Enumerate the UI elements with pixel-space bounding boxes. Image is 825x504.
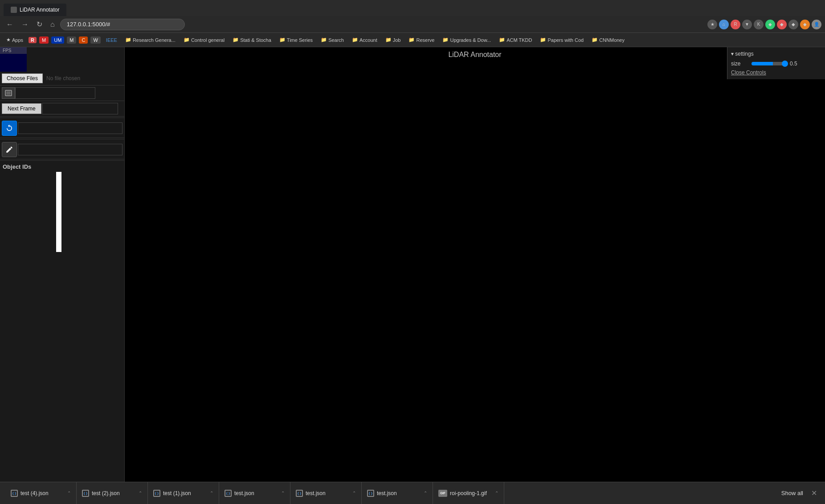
- extension-icon-1[interactable]: ⌂: [719, 20, 729, 29]
- tab-title: LiDAR Annotator: [20, 7, 59, 13]
- download-json-icon-0: { }: [11, 490, 18, 497]
- download-json-icon-4: { }: [296, 490, 303, 497]
- bookmark-w[interactable]: W: [90, 37, 100, 44]
- divider-2: [0, 139, 124, 139]
- download-item-0[interactable]: { } test (4).json ⌃: [5, 482, 77, 504]
- object-ids-spacer: [3, 172, 29, 252]
- bookmark-m1[interactable]: M: [39, 37, 49, 44]
- download-filename-2: test (1).json: [163, 490, 191, 496]
- next-frame-row: Next Frame: [0, 101, 124, 117]
- bookmark-reserve[interactable]: 📁Reserve: [406, 36, 437, 44]
- download-filename-3: test.json: [234, 490, 254, 496]
- download-item-6[interactable]: GIF roi-pooling-1.gif ⌃: [433, 482, 504, 504]
- forward-button[interactable]: →: [19, 20, 31, 29]
- reload-button[interactable]: ↻: [34, 19, 45, 29]
- bookmark-ieee[interactable]: IEEE: [103, 37, 120, 44]
- bookmark-stati[interactable]: 📁Stati & Stocha: [230, 36, 274, 44]
- chevron-down-icon-6: ⌃: [495, 491, 498, 496]
- extension-icon-7[interactable]: ◆: [788, 20, 798, 29]
- object-ids-section: Object IDs: [0, 162, 124, 482]
- video-preview: [0, 54, 27, 72]
- download-json-icon-2: { }: [153, 490, 160, 497]
- app-title: LiDAR Annotator: [448, 47, 501, 62]
- extension-icon-8[interactable]: ◆: [800, 20, 810, 29]
- bookmark-upgrades[interactable]: 📁Upgrades & Dow...: [440, 36, 494, 44]
- download-json-icon-1: { }: [82, 490, 89, 497]
- download-item-5[interactable]: { } test.json ⌃: [362, 482, 433, 504]
- extension-icon-2[interactable]: R: [731, 20, 740, 29]
- bookmark-cnn[interactable]: 📁CNNMoney: [589, 36, 627, 44]
- settings-panel: ▾ settings size 0.5 Close Controls: [727, 47, 825, 79]
- close-download-bar-button[interactable]: ✕: [809, 487, 820, 499]
- bookmark-apps[interactable]: ★ Apps: [4, 36, 26, 44]
- choose-files-button[interactable]: Choose Files: [2, 73, 43, 83]
- rotate-tool-button[interactable]: [2, 121, 17, 136]
- fps-label: FPS: [0, 47, 27, 54]
- address-input[interactable]: [60, 19, 185, 30]
- frame-row: [0, 85, 124, 101]
- chevron-down-icon-3: ⌃: [281, 491, 285, 496]
- svg-rect-1: [6, 91, 11, 95]
- next-frame-button[interactable]: Next Frame: [2, 103, 41, 114]
- download-filename-6: roi-pooling-1.gif: [450, 490, 487, 496]
- bookmark-account[interactable]: 📁Account: [349, 36, 380, 44]
- bookmark-control[interactable]: 📁Control general: [181, 36, 227, 44]
- object-ids-label: Object IDs: [3, 163, 122, 170]
- bookmark-r[interactable]: R: [29, 37, 37, 43]
- close-controls-button[interactable]: Close Controls: [731, 69, 821, 76]
- bookmark-um[interactable]: UM: [51, 37, 64, 44]
- home-button[interactable]: ⌂: [48, 20, 57, 29]
- canvas-area[interactable]: LiDAR Annotator ▾ settings size 0.5 Clos…: [125, 47, 825, 482]
- extension-icon-3[interactable]: ▼: [742, 20, 752, 29]
- main-area: FPS Choose Files No file chosen Next Fra…: [0, 47, 825, 482]
- divider-1: [0, 118, 124, 118]
- settings-size-label: size: [731, 61, 749, 67]
- bookmark-m2[interactable]: M: [67, 37, 76, 44]
- bookmark-timeseries[interactable]: 📁Time Series: [277, 36, 315, 44]
- download-gif-icon-6: GIF: [438, 490, 447, 497]
- extension-icon-5[interactable]: ◆: [765, 20, 775, 29]
- chevron-down-icon-4: ⌃: [352, 491, 356, 496]
- address-icons: ★ ⌂ R ▼ K ◆ ◆ ◆ ◆ 👤: [707, 20, 821, 29]
- download-item-1[interactable]: { } test (2).json ⌃: [77, 482, 148, 504]
- frame-number-input[interactable]: [15, 87, 95, 99]
- bookmark-papers[interactable]: 📁Papers with Cod: [537, 36, 586, 44]
- download-filename-0: test (4).json: [20, 490, 49, 496]
- download-item-2[interactable]: { } test (1).json ⌃: [148, 482, 219, 504]
- download-filename-4: test.json: [306, 490, 326, 496]
- download-filename-1: test (2).json: [92, 490, 120, 496]
- object-ids-list[interactable]: [56, 172, 61, 252]
- no-file-label: No file chosen: [43, 75, 80, 81]
- settings-size-slider[interactable]: [751, 62, 787, 65]
- bookmark-search[interactable]: 📁Search: [318, 36, 347, 44]
- extension-icon-6[interactable]: ◆: [777, 20, 787, 29]
- bookmark-research[interactable]: 📁Research Genera...: [123, 36, 178, 44]
- bookmark-icon[interactable]: ★: [707, 20, 717, 29]
- download-bar: { } test (4).json ⌃ { } test (2).json ⌃ …: [0, 482, 825, 504]
- download-json-icon-3: { }: [225, 490, 232, 497]
- download-item-3[interactable]: { } test.json ⌃: [219, 482, 290, 504]
- settings-size-value: 0.5: [790, 61, 797, 67]
- bookmark-c[interactable]: C: [79, 37, 88, 44]
- settings-title[interactable]: ▾ settings: [731, 51, 821, 57]
- download-item-4[interactable]: { } test.json ⌃: [290, 482, 362, 504]
- pencil-input[interactable]: [18, 144, 123, 155]
- back-button[interactable]: ←: [4, 20, 16, 29]
- frame-icon: [2, 87, 15, 99]
- tab-favicon: [11, 7, 17, 13]
- extension-icon-4[interactable]: K: [754, 20, 764, 29]
- chevron-down-icon-0: ⌃: [67, 491, 71, 496]
- profile-icon[interactable]: 👤: [812, 20, 821, 29]
- divider-3: [0, 160, 124, 161]
- bookmark-job[interactable]: 📁Job: [383, 36, 404, 44]
- pencil-tool-button[interactable]: [2, 142, 17, 157]
- address-bar: ← → ↻ ⌂ ★ ⌂ R ▼ K ◆ ◆ ◆ ◆ 👤: [0, 16, 825, 33]
- tool-row-1: [0, 119, 124, 138]
- rotate-input[interactable]: [18, 122, 123, 134]
- bookmark-acm[interactable]: 📁ACM TKDD: [496, 36, 535, 44]
- frame-text-input[interactable]: [42, 103, 118, 114]
- active-tab[interactable]: LiDAR Annotator: [4, 4, 66, 16]
- bookmarks-bar: ★ Apps R M UM M C W IEEE 📁Research Gener…: [0, 33, 825, 47]
- chevron-down-icon-1: ⌃: [139, 491, 142, 496]
- show-all-button[interactable]: Show all: [776, 488, 809, 498]
